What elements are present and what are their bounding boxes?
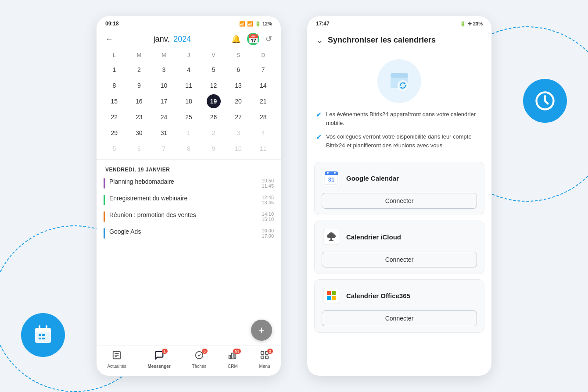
- svg-text:31: 31: [328, 176, 334, 183]
- month-label: janv.: [154, 35, 170, 43]
- messenger-icon: [154, 352, 164, 362]
- nav-label: Messenger: [147, 364, 170, 369]
- cal-day[interactable]: 7: [256, 63, 270, 77]
- notification-icon[interactable]: 🔔: [231, 34, 241, 44]
- cal-day-other[interactable]: 11: [256, 142, 270, 156]
- cal-day-other[interactable]: 6: [132, 142, 146, 156]
- office365-calendar-header: Calendrier Office365: [322, 286, 477, 305]
- event-bar: [104, 195, 105, 205]
- event-bar: [104, 178, 105, 189]
- cal-day[interactable]: 30: [132, 126, 146, 140]
- nav-label: CRM: [228, 364, 238, 369]
- cal-day-other[interactable]: 5: [107, 142, 121, 156]
- check-icon-2: ✔: [316, 133, 322, 141]
- cal-day-other[interactable]: 7: [157, 142, 171, 156]
- nav-label: Menu: [259, 364, 270, 369]
- cal-day[interactable]: 13: [231, 78, 245, 93]
- cal-day[interactable]: 24: [157, 110, 171, 124]
- cal-day[interactable]: 31: [157, 126, 171, 140]
- event-row: Réunion : promotion des ventes 14:10 15:…: [109, 211, 274, 222]
- cal-day-other[interactable]: 1: [182, 126, 196, 140]
- svg-rect-28: [325, 173, 338, 175]
- cal-day[interactable]: 8: [107, 78, 121, 93]
- cal-day[interactable]: 5: [207, 63, 221, 77]
- cal-day-other[interactable]: 4: [256, 126, 270, 140]
- cal-day[interactable]: 11: [182, 78, 196, 93]
- back-button[interactable]: ←: [105, 35, 113, 44]
- svg-rect-37: [332, 291, 336, 295]
- svg-rect-34: [329, 240, 333, 241]
- cal-day-other[interactable]: 9: [207, 142, 221, 156]
- cal-day[interactable]: 14: [256, 78, 270, 93]
- event-bar: [104, 211, 105, 222]
- svg-point-31: [334, 172, 336, 174]
- cal-day[interactable]: 4: [182, 63, 196, 77]
- icloud-connect-button[interactable]: Connecter: [322, 252, 477, 267]
- events-date-label: VENDREDI, 19 JANVIER: [104, 163, 274, 173]
- google-calendar-icon: 31: [322, 168, 341, 188]
- cal-day[interactable]: 9: [132, 78, 146, 93]
- benefit-item-1: ✔ Les événements Bitrix24 apparaîtront d…: [316, 110, 483, 127]
- svg-rect-14: [229, 355, 231, 359]
- phone-left: 09:18 📶 📶 🔋 12% ← janv. 2024 🔔 📅 ↺ L: [97, 16, 281, 376]
- cal-day[interactable]: 20: [231, 94, 245, 108]
- refresh-icon[interactable]: ↺: [265, 34, 272, 44]
- cal-day[interactable]: 18: [182, 94, 196, 108]
- cal-day[interactable]: 27: [231, 110, 245, 124]
- cal-day[interactable]: 17: [157, 94, 171, 108]
- svg-rect-22: [391, 73, 408, 78]
- cal-day-other[interactable]: 3: [231, 126, 245, 140]
- days-header: L M M J V S D: [102, 50, 276, 60]
- event-item[interactable]: Planning hebdomadaire 10:50 11:45: [104, 178, 274, 189]
- svg-rect-19: [261, 356, 264, 359]
- svg-rect-39: [332, 296, 336, 300]
- cal-day[interactable]: 28: [256, 110, 270, 124]
- event-item[interactable]: Enregistrement du webinaire 12:45 13:45: [104, 195, 274, 205]
- google-calendar-header: 31 Google Calendar: [322, 168, 477, 188]
- cal-day[interactable]: 26: [207, 110, 221, 124]
- event-times: 16:00 17:00: [262, 228, 274, 239]
- nav-item-crm[interactable]: 53 CRM: [228, 350, 238, 369]
- add-event-icon[interactable]: 📅: [247, 33, 259, 45]
- nav-item-messenger[interactable]: 1 Messenger: [147, 350, 170, 369]
- cal-day[interactable]: 21: [256, 94, 270, 108]
- events-section: VENDREDI, 19 JANVIER Planning hebdomadai…: [97, 163, 281, 239]
- cal-day-other[interactable]: 10: [231, 142, 245, 156]
- event-row: Enregistrement du webinaire 12:45 13:45: [109, 195, 274, 205]
- chevron-down-icon[interactable]: ⌄: [316, 35, 323, 45]
- sync-illustration: [307, 50, 491, 110]
- cal-day-other[interactable]: 8: [182, 142, 196, 156]
- cal-day[interactable]: 29: [107, 126, 121, 140]
- nav-item-actualites[interactable]: Actualités: [107, 350, 126, 369]
- actualites-icon: [112, 350, 122, 362]
- phone-right: 17:47 🔋 ✈ 23% ⌄ Synchroniser les calendr…: [307, 16, 491, 376]
- cal-day[interactable]: 22: [107, 110, 121, 124]
- nav-item-taches[interactable]: 5 Tâches: [192, 350, 206, 369]
- event-item[interactable]: Réunion : promotion des ventes 14:10 15:…: [104, 211, 274, 222]
- cal-day[interactable]: 12: [207, 78, 221, 93]
- cal-day-other[interactable]: 2: [207, 126, 221, 140]
- event-times: 14:10 15:10: [262, 211, 274, 222]
- cal-day[interactable]: 15: [107, 94, 121, 108]
- svg-rect-35: [323, 288, 339, 303]
- cal-day[interactable]: 2: [132, 63, 146, 77]
- google-connect-button[interactable]: Connecter: [322, 193, 477, 209]
- cal-day[interactable]: 3: [157, 63, 171, 77]
- cal-day-today[interactable]: 19: [207, 94, 221, 108]
- google-calendar-card: 31 Google Calendar Connecter: [314, 162, 484, 215]
- cal-day[interactable]: 6: [231, 63, 245, 77]
- event-item[interactable]: Google Ads 16:00 17:00: [104, 228, 274, 239]
- calendar-header-icons: 🔔 📅 ↺: [231, 33, 272, 45]
- benefit-text-2: Vos collègues verront votre disponibilit…: [326, 132, 483, 150]
- fab-button[interactable]: +: [251, 320, 272, 341]
- cal-day[interactable]: 16: [132, 94, 146, 108]
- google-calendar-name: Google Calendar: [346, 175, 399, 182]
- cal-day[interactable]: 10: [157, 78, 171, 93]
- cal-day[interactable]: 25: [182, 110, 196, 124]
- cal-day[interactable]: 23: [132, 110, 146, 124]
- nav-item-menu[interactable]: 2 Menu: [259, 350, 270, 369]
- status-bar-left: 09:18 📶 📶 🔋 12%: [97, 16, 281, 29]
- office365-connect-button[interactable]: Connecter: [322, 310, 477, 326]
- cal-day[interactable]: 1: [107, 63, 121, 77]
- status-icons-left: 📶 📶 🔋 12%: [239, 21, 272, 27]
